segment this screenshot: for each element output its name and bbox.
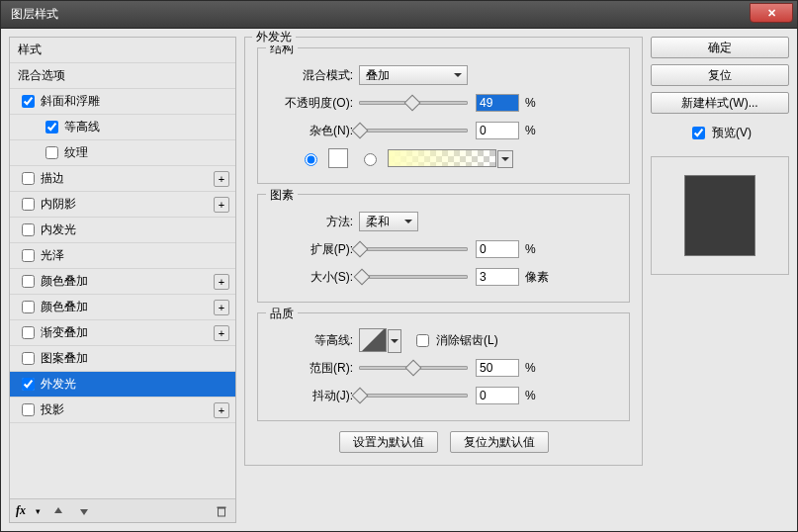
effect-checkbox[interactable]: [45, 146, 58, 159]
antialias-label: 消除锯齿(L): [436, 332, 498, 349]
size-slider[interactable]: [359, 275, 468, 279]
sidebar-item-label: 等高线: [64, 119, 100, 135]
trash-icon[interactable]: [214, 503, 229, 519]
sidebar-item-label: 纹理: [64, 144, 88, 161]
noise-input[interactable]: 0: [476, 122, 519, 139]
select-value: 叠加: [366, 67, 390, 84]
chevron-down-icon[interactable]: [497, 150, 513, 168]
sidebar-item-outer-glow[interactable]: 外发光: [10, 372, 235, 398]
titlebar[interactable]: 图层样式 ✕: [1, 1, 797, 29]
color-gradient-radio[interactable]: [364, 153, 377, 166]
svg-rect-1: [218, 506, 226, 508]
add-effect-button[interactable]: +: [214, 325, 229, 341]
effect-checkbox[interactable]: [22, 95, 35, 108]
technique-select[interactable]: 柔和: [359, 212, 418, 231]
opacity-slider[interactable]: [359, 101, 468, 105]
select-value: 柔和: [366, 214, 390, 230]
fx-menu-button[interactable]: fx: [16, 503, 26, 518]
spread-input[interactable]: 0: [476, 240, 519, 258]
sidebar-item-label: 混合选项: [18, 67, 65, 84]
effect-checkbox[interactable]: [22, 249, 35, 262]
sidebar-item-color-overlay[interactable]: 颜色叠加+: [10, 269, 235, 295]
ok-button[interactable]: 确定: [651, 37, 789, 58]
chevron-down-icon[interactable]: [388, 329, 401, 353]
jitter-input[interactable]: 0: [476, 387, 519, 404]
add-effect-button[interactable]: +: [214, 171, 229, 187]
move-down-icon[interactable]: [76, 503, 92, 519]
add-effect-button[interactable]: +: [214, 300, 229, 315]
sidebar-item-drop-shadow[interactable]: 投影+: [10, 398, 235, 423]
effect-checkbox[interactable]: [22, 223, 35, 236]
sidebar-item-label: 图案叠加: [41, 350, 88, 367]
contour-picker[interactable]: [359, 328, 387, 352]
sidebar-item-label: 内阴影: [41, 196, 76, 213]
size-label: 大小(S):: [270, 269, 359, 286]
size-input[interactable]: 3: [476, 268, 519, 286]
sidebar-item-stroke[interactable]: 描边+: [10, 166, 235, 192]
opacity-input[interactable]: 49: [476, 94, 519, 112]
svg-rect-0: [219, 508, 225, 516]
effect-checkbox[interactable]: [22, 301, 35, 313]
spread-slider[interactable]: [359, 247, 468, 251]
blend-mode-select[interactable]: 叠加: [359, 65, 468, 85]
effect-checkbox[interactable]: [22, 378, 35, 391]
sidebar-item-gradient-overlay[interactable]: 渐变叠加+: [10, 320, 235, 346]
effect-checkbox[interactable]: [22, 352, 35, 365]
unit-label: %: [525, 242, 536, 256]
reset-default-button[interactable]: 复位为默认值: [450, 431, 549, 453]
sidebar-item-label: 外发光: [41, 376, 76, 393]
close-button[interactable]: ✕: [750, 3, 793, 23]
sidebar-item-styles[interactable]: 样式: [10, 38, 235, 63]
noise-slider[interactable]: [359, 129, 468, 133]
sidebar-item-inner-shadow[interactable]: 内阴影+: [10, 192, 235, 218]
effect-checkbox[interactable]: [45, 121, 58, 133]
sidebar-item-contour[interactable]: 等高线: [10, 115, 235, 140]
make-default-button[interactable]: 设置为默认值: [339, 431, 438, 453]
add-effect-button[interactable]: +: [214, 402, 229, 418]
sidebar-item-label: 投影: [41, 401, 64, 418]
range-label: 范围(R):: [270, 360, 359, 377]
preview-box: [651, 156, 789, 275]
opacity-label: 不透明度(O):: [270, 95, 359, 112]
effect-checkbox[interactable]: [22, 198, 35, 211]
cancel-button[interactable]: 复位: [651, 64, 789, 86]
sidebar-item-color-overlay-2[interactable]: 颜色叠加+: [10, 295, 235, 320]
sidebar-item-inner-glow[interactable]: 内发光: [10, 218, 235, 243]
glow-gradient-picker[interactable]: [388, 149, 496, 167]
unit-label: %: [525, 389, 536, 402]
effect-checkbox[interactable]: [22, 172, 35, 185]
sidebar-item-blending-options[interactable]: 混合选项: [10, 63, 235, 89]
jitter-slider[interactable]: [359, 394, 468, 398]
action-panel: 确定 复位 新建样式(W)... 预览(V): [651, 37, 789, 523]
effects-list: 样式 混合选项 斜面和浮雕 等高线 纹理 描边+ 内阴影+ 内发光 光泽 颜色叠…: [10, 38, 235, 498]
unit-label: %: [525, 96, 536, 110]
section-title: 外发光: [252, 29, 296, 45]
sidebar-item-label: 光泽: [41, 247, 64, 264]
unit-label: %: [525, 361, 536, 375]
layer-style-dialog: 图层样式 ✕ 样式 混合选项 斜面和浮雕 等高线 纹理 描边+ 内阴影+ 内发光…: [0, 0, 798, 532]
sidebar-item-bevel-emboss[interactable]: 斜面和浮雕: [10, 89, 235, 115]
antialias-checkbox[interactable]: [416, 334, 429, 347]
move-up-icon[interactable]: [50, 503, 66, 519]
sidebar-item-texture[interactable]: 纹理: [10, 140, 235, 166]
new-style-button[interactable]: 新建样式(W)...: [651, 92, 789, 114]
color-solid-radio[interactable]: [305, 153, 317, 166]
structure-group: 结构 混合模式: 叠加 不透明度(O): 49 % 杂色(N): 0: [257, 47, 630, 184]
effect-checkbox[interactable]: [22, 403, 35, 416]
effect-checkbox[interactable]: [22, 326, 35, 339]
add-effect-button[interactable]: +: [214, 274, 229, 290]
range-slider[interactable]: [359, 366, 468, 370]
effect-checkbox[interactable]: [22, 275, 35, 288]
preview-checkbox[interactable]: [692, 127, 705, 139]
sidebar-item-satin[interactable]: 光泽: [10, 243, 235, 269]
add-effect-button[interactable]: +: [214, 197, 229, 213]
blend-mode-label: 混合模式:: [270, 67, 359, 84]
group-legend: 图素: [266, 187, 298, 204]
elements-group: 图素 方法: 柔和 扩展(P): 0 % 大小(S): 3: [257, 194, 630, 303]
sidebar-item-pattern-overlay[interactable]: 图案叠加: [10, 346, 235, 372]
settings-panel: 外发光 结构 混合模式: 叠加 不透明度(O): 49 % 杂色(: [244, 37, 643, 523]
range-input[interactable]: 50: [476, 359, 519, 377]
sidebar-item-label: 样式: [18, 42, 42, 58]
technique-label: 方法:: [270, 214, 359, 230]
glow-color-swatch[interactable]: [328, 148, 348, 168]
